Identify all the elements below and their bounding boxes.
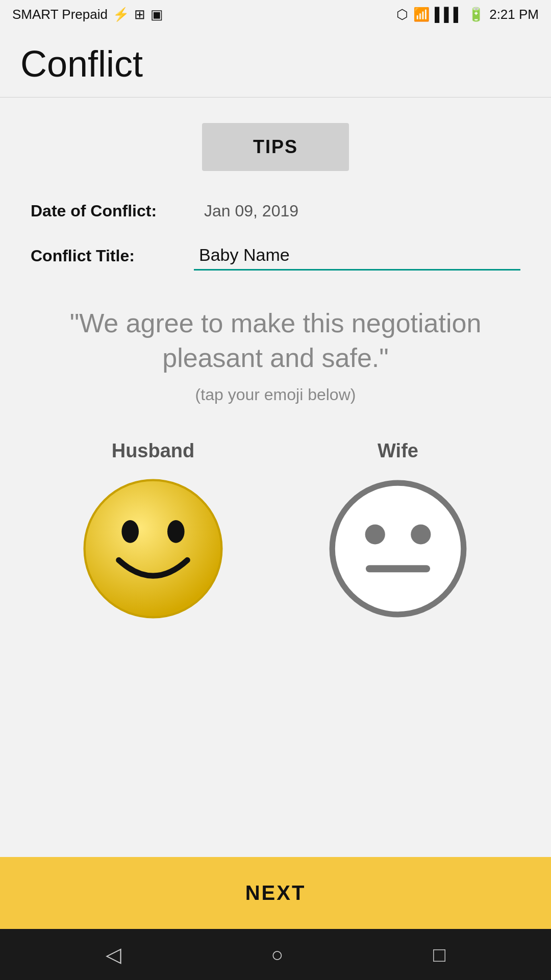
wifi-icon: 📶 — [413, 7, 430, 22]
battery-icon: 🔋 — [468, 7, 484, 22]
nfc-icon: ⬡ — [396, 7, 408, 22]
husband-emoji[interactable] — [82, 477, 224, 620]
page-title: Conflict — [20, 43, 531, 85]
conflict-title-row: Conflict Title: — [31, 241, 520, 271]
svg-point-1 — [121, 520, 139, 543]
tips-button[interactable]: TIPS — [202, 123, 349, 171]
wife-column: Wife — [327, 440, 469, 620]
back-button[interactable]: ◁ — [106, 943, 121, 966]
conflict-title-input[interactable] — [194, 241, 520, 271]
conflict-title-label: Conflict Title: — [31, 247, 194, 265]
wife-label: Wife — [378, 440, 418, 462]
apps-icon: ⊞ — [134, 7, 145, 22]
date-value: Jan 09, 2019 — [194, 202, 298, 220]
husband-column: Husband — [82, 440, 224, 620]
quote-text: "We agree to make this negotiation pleas… — [31, 306, 520, 375]
app-title-bar: Conflict — [0, 29, 551, 97]
status-bar: SMART Prepaid ⚡ ⊞ ▣ ⬡ 📶 ▌▌▌ 🔋 2:21 PM — [0, 0, 551, 29]
svg-point-3 — [332, 483, 464, 615]
status-left: SMART Prepaid ⚡ ⊞ ▣ — [12, 7, 163, 22]
svg-point-0 — [85, 480, 222, 618]
wife-emoji[interactable] — [327, 477, 469, 620]
emoji-section: Husband Wife — [31, 440, 520, 620]
recent-apps-button[interactable]: □ — [433, 943, 445, 966]
svg-point-4 — [365, 525, 385, 545]
carrier-text: SMART Prepaid — [12, 7, 108, 22]
time-display: 2:21 PM — [489, 7, 539, 22]
husband-label: Husband — [112, 440, 195, 462]
svg-point-5 — [411, 525, 431, 545]
signal-icon: ▌▌▌ — [435, 7, 463, 22]
sim-icon: ▣ — [151, 7, 163, 22]
tap-instruction: (tap your emoji below) — [31, 385, 520, 404]
status-right: ⬡ 📶 ▌▌▌ 🔋 2:21 PM — [396, 7, 539, 22]
quote-section: "We agree to make this negotiation pleas… — [31, 306, 520, 404]
home-button[interactable]: ○ — [271, 943, 283, 966]
bottom-nav-bar: ◁ ○ □ — [0, 929, 551, 980]
usb-icon: ⚡ — [113, 7, 129, 22]
svg-point-2 — [167, 520, 185, 543]
date-row: Date of Conflict: Jan 09, 2019 — [31, 202, 520, 220]
next-button[interactable]: NEXT — [0, 857, 551, 929]
date-label: Date of Conflict: — [31, 202, 194, 220]
main-content: TIPS Date of Conflict: Jan 09, 2019 Conf… — [0, 97, 551, 857]
